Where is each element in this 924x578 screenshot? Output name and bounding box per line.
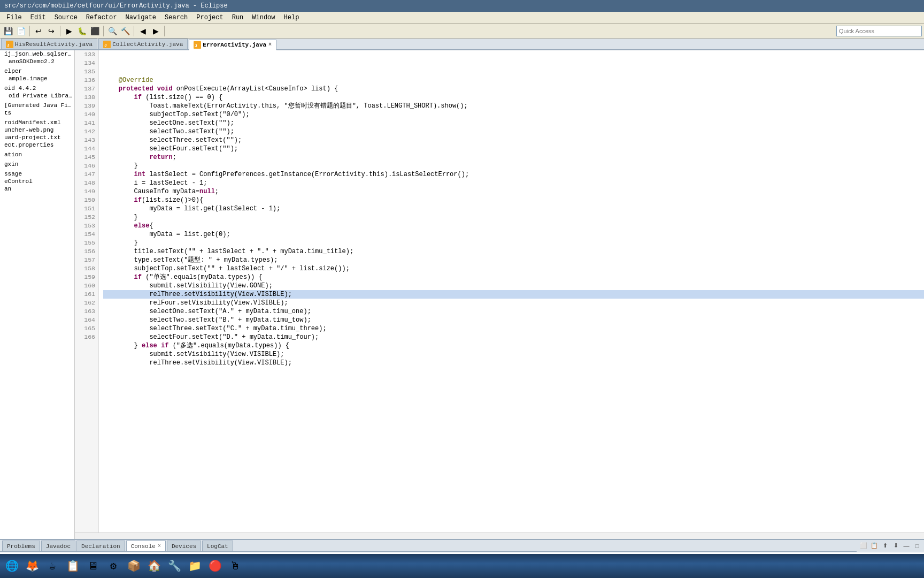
sidebar-item[interactable]: ssage bbox=[0, 170, 74, 178]
package-icon[interactable]: 📦 bbox=[124, 557, 143, 576]
toolbar-sep-4 bbox=[134, 26, 134, 36]
menu-item-window[interactable]: Window bbox=[248, 13, 279, 22]
menu-item-search[interactable]: Search bbox=[160, 13, 192, 22]
bottom-tab-problems[interactable]: Problems bbox=[2, 541, 40, 551]
wrench-icon[interactable]: 🔧 bbox=[165, 557, 184, 576]
menu-item-navigate[interactable]: Navigate bbox=[121, 13, 160, 22]
home-icon[interactable]: 🏠 bbox=[144, 557, 164, 576]
bottom-maximize[interactable]: □ bbox=[912, 541, 922, 551]
bottom-toolbar-btn-2[interactable]: 📋 bbox=[869, 541, 879, 551]
browser-icon[interactable]: 🌐 bbox=[2, 557, 21, 576]
bottom-tab-declaration[interactable]: Declaration bbox=[76, 541, 125, 551]
bottom-toolbar-btn-3[interactable]: ⬆ bbox=[880, 541, 890, 551]
code-line: selectOne.setText(""); bbox=[103, 119, 924, 127]
svg-text:J: J bbox=[7, 43, 10, 48]
line-number: 150 bbox=[75, 196, 95, 204]
sidebar-item[interactable]: ect.properties bbox=[0, 141, 74, 149]
firefox-icon[interactable]: 🦊 bbox=[22, 557, 42, 576]
line-number: 155 bbox=[75, 239, 95, 247]
line-number: 137 bbox=[75, 85, 95, 93]
line-number: 133 bbox=[75, 50, 95, 59]
line-number: 147 bbox=[75, 170, 95, 179]
menu-item-file[interactable]: File bbox=[2, 13, 26, 22]
bottom-tab-console[interactable]: Console× bbox=[126, 541, 166, 551]
code-line: submit.setVisibility(View.GONE); bbox=[103, 282, 924, 290]
sidebar-item[interactable]: uard-project.txt bbox=[0, 134, 74, 141]
line-numbers: 1331341351361371381391401411421431441451… bbox=[75, 50, 99, 533]
code-line: relThree.setVisibility(View.VISIBLE); bbox=[103, 359, 924, 367]
save-button[interactable]: 💾 bbox=[2, 25, 14, 37]
clipboard-icon[interactable]: 📋 bbox=[63, 557, 82, 576]
next-button[interactable]: ▶ bbox=[150, 25, 161, 37]
search-button[interactable]: 🔍 bbox=[106, 25, 118, 37]
terminal-icon[interactable]: 🖥 bbox=[83, 557, 103, 576]
tab-0[interactable]: JHisResultActivity.java bbox=[1, 39, 97, 49]
sidebar-item[interactable]: ation bbox=[0, 151, 74, 158]
line-number: 153 bbox=[75, 222, 95, 230]
folder-icon[interactable]: 📁 bbox=[185, 557, 204, 576]
line-number: 159 bbox=[75, 273, 95, 282]
sidebar-item[interactable]: anoSDKDemo2.2 bbox=[0, 58, 74, 65]
sidebar-item[interactable]: eControl bbox=[0, 178, 74, 185]
code-line: relFour.setVisibility(View.VISIBLE); bbox=[103, 299, 924, 307]
menu-item-help[interactable]: Help bbox=[280, 13, 304, 22]
prev-button[interactable]: ◀ bbox=[137, 25, 149, 37]
sidebar-item[interactable]: oid Private Libraries bbox=[0, 92, 74, 100]
tab-label: CollectActivity.java bbox=[112, 41, 183, 48]
bottom-tab-javadoc[interactable]: Javadoc bbox=[41, 541, 75, 551]
svg-text:J: J bbox=[104, 43, 107, 48]
code-line: submit.setVisibility(View.VISIBLE); bbox=[103, 350, 924, 359]
sidebar-item[interactable]: ts bbox=[0, 109, 74, 117]
code-line: @Override bbox=[103, 76, 924, 85]
bottom-tab-logcat[interactable]: LogCat bbox=[202, 541, 233, 551]
sidebar-item[interactable]: [Generated Java Files] bbox=[0, 102, 74, 109]
menu-item-run[interactable]: Run bbox=[228, 13, 248, 22]
line-number: 163 bbox=[75, 307, 95, 316]
code-content[interactable]: @Override protected void onPostExecute(A… bbox=[99, 50, 924, 533]
tab-2[interactable]: JErrorActivity.java× bbox=[189, 40, 276, 50]
stop-button[interactable]: ⬛ bbox=[89, 25, 101, 37]
sidebar-item[interactable]: ample.image bbox=[0, 75, 74, 82]
menu-item-edit[interactable]: Edit bbox=[26, 13, 50, 22]
redo-button[interactable]: ↪ bbox=[45, 25, 57, 37]
toolbar-sep-5 bbox=[164, 26, 165, 36]
sidebar-item[interactable]: gxin bbox=[0, 161, 74, 168]
line-number: 145 bbox=[75, 153, 95, 162]
horizontal-scrollbar[interactable] bbox=[75, 533, 924, 539]
sidebar-item[interactable]: ij_json_web_sqlserver_demo bbox=[0, 50, 74, 58]
line-number: 136 bbox=[75, 76, 95, 85]
record-icon[interactable]: 🔴 bbox=[205, 557, 225, 576]
build-button[interactable]: 🔨 bbox=[119, 25, 131, 37]
code-line: selectTwo.setText(""); bbox=[103, 127, 924, 136]
sidebar-item[interactable]: oid 4.4.2 bbox=[0, 85, 74, 92]
bottom-tab-label: LogCat bbox=[207, 543, 228, 550]
line-number: 141 bbox=[75, 119, 95, 127]
bottom-tab-devices[interactable]: Devices bbox=[167, 541, 201, 551]
run-button[interactable]: ▶ bbox=[63, 25, 75, 37]
tab-close-button[interactable]: × bbox=[268, 42, 272, 48]
sidebar-item[interactable]: roidManifest.xml bbox=[0, 119, 74, 126]
bottom-tab-bar: ProblemsJavadocDeclarationConsole×Device… bbox=[0, 540, 857, 552]
sidebar-item[interactable]: elper bbox=[0, 67, 74, 75]
bottom-toolbar-btn-1[interactable]: ⬜ bbox=[859, 541, 868, 551]
bottom-minimize[interactable]: — bbox=[902, 541, 911, 551]
code-container[interactable]: 1331341351361371381391401411421431441451… bbox=[75, 50, 924, 533]
menu-item-refactor[interactable]: Refactor bbox=[82, 13, 121, 22]
mouse-icon[interactable]: 🖱 bbox=[226, 557, 245, 576]
gear-icon[interactable]: ⚙ bbox=[104, 557, 123, 576]
menu-item-project[interactable]: Project bbox=[192, 13, 227, 22]
bottom-toolbar-btn-4[interactable]: ⬇ bbox=[891, 541, 900, 551]
quick-access-input[interactable] bbox=[836, 26, 922, 36]
undo-button[interactable]: ↩ bbox=[33, 25, 44, 37]
java-icon[interactable]: ☕ bbox=[43, 557, 62, 576]
bottom-tab-close-button[interactable]: × bbox=[158, 543, 161, 549]
debug-button[interactable]: 🐛 bbox=[76, 25, 88, 37]
sidebar-item[interactable]: an bbox=[0, 185, 74, 193]
new-button[interactable]: 📄 bbox=[15, 25, 27, 37]
menu-item-source[interactable]: Source bbox=[50, 13, 82, 22]
taskbar: 🌐🦊☕📋🖥⚙📦🏠🔧📁🔴🖱 bbox=[0, 554, 924, 578]
sidebar-item[interactable]: uncher-web.png bbox=[0, 126, 74, 134]
tab-1[interactable]: JCollectActivity.java bbox=[98, 39, 188, 49]
toolbar-sep-2 bbox=[60, 26, 60, 36]
code-line: selectTwo.setText("B." + myData.timu_tow… bbox=[103, 316, 924, 324]
